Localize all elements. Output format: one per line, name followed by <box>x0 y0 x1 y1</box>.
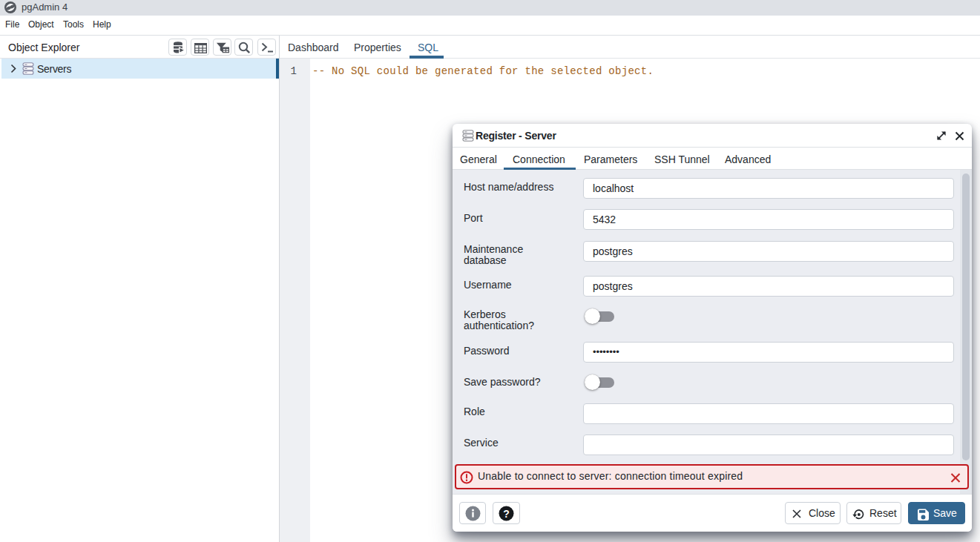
svg-text:?: ? <box>503 508 510 520</box>
